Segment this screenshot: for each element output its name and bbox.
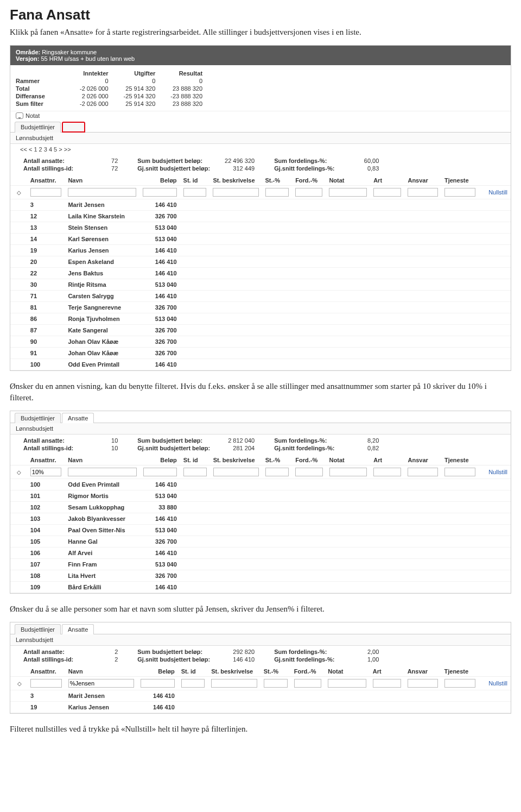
table-row[interactable]: 101Rigmor Mortis513 040 [10, 490, 511, 501]
table-row[interactable]: 109Bård Erkålli146 410 [10, 581, 511, 593]
filter-stpct[interactable] [265, 468, 289, 476]
notat-link[interactable]: Notat [26, 112, 40, 119]
filter-art[interactable] [373, 468, 401, 476]
th-stid[interactable]: St. id [178, 666, 208, 677]
th-navn[interactable]: Navn [65, 175, 139, 186]
table-row[interactable]: 105Hanne Gal326 700 [10, 536, 511, 547]
filter-ansattnr[interactable] [30, 468, 62, 476]
filter-ansattnr[interactable] [30, 679, 62, 688]
filter-navn[interactable] [68, 188, 136, 197]
th-stid[interactable]: St. id [180, 175, 210, 186]
filter-stbesk[interactable] [213, 468, 259, 476]
table-row[interactable]: 106Alf Arvei146 410 [10, 547, 511, 558]
th-navn[interactable]: Navn [65, 666, 137, 677]
tab-ansatte[interactable]: Ansatte [62, 413, 94, 423]
th-notat[interactable]: Notat [325, 666, 369, 677]
table-row[interactable]: 104Paal Oven Sitter-Nis513 040 [10, 524, 511, 536]
th-belop[interactable]: Beløp [137, 666, 178, 677]
filter-ansvar[interactable] [408, 468, 437, 476]
th-notat[interactable]: Notat [326, 175, 370, 186]
table-row[interactable]: 3Marit Jensen146 410 [10, 690, 511, 702]
filter-tjeneste[interactable] [444, 679, 475, 688]
table-row[interactable]: 107Finn Fram513 040 [10, 558, 511, 570]
nullstill-link[interactable]: Nullstill [488, 189, 507, 196]
table-row[interactable]: 22Jens Baktus146 410 [10, 268, 511, 279]
th-navn[interactable]: Navn [65, 455, 139, 465]
table-row[interactable]: 14Karl Sørensen513 040 [10, 234, 511, 245]
table-row[interactable]: 19Karius Jensen146 410 [10, 702, 511, 713]
table-row[interactable]: 108Lita Hvert326 700 [10, 570, 511, 581]
filter-belop[interactable] [143, 468, 177, 476]
filter-art[interactable] [373, 679, 401, 688]
filter-art[interactable] [373, 188, 401, 197]
filter-ansvar[interactable] [408, 679, 438, 688]
table-row[interactable]: 100Odd Even Primtall146 410 [10, 359, 511, 370]
th-stbesk[interactable]: St. beskrivelse [210, 455, 262, 465]
table-row[interactable]: 13Stein Stensen513 040 [10, 222, 511, 234]
th-stpct[interactable]: St.-% [262, 175, 293, 186]
filter-belop[interactable] [143, 188, 176, 197]
table-row[interactable]: 19Karius Jensen146 410 [10, 245, 511, 256]
filter-notat[interactable] [329, 468, 367, 476]
th-stid[interactable]: St. id [180, 455, 210, 465]
filter-notat[interactable] [328, 679, 366, 688]
filter-belop[interactable] [141, 679, 175, 688]
subtab-lonnsbudsjett[interactable]: Lønnsbudsjett [10, 133, 511, 144]
table-row[interactable]: 90Johan Olav Kåøæ326 700 [10, 336, 511, 348]
th-art[interactable]: Art [370, 455, 404, 465]
table-row[interactable]: 30Rintje Ritsma513 040 [10, 279, 511, 291]
pager[interactable]: << < 1 2 3 4 5 > >> [10, 144, 511, 155]
th-stbesk[interactable]: St. beskrivelse [209, 175, 262, 186]
filter-navn[interactable] [68, 468, 136, 476]
subtab-lonnsbudsjett[interactable]: Lønnsbudsjett [10, 634, 511, 646]
filter-stid[interactable] [181, 679, 205, 688]
filter-notat[interactable] [329, 188, 367, 197]
th-ansvar[interactable]: Ansvar [404, 666, 441, 677]
table-row[interactable]: 20Espen Askeland146 410 [10, 256, 511, 268]
sort-icon[interactable]: ◇ [17, 469, 20, 475]
table-row[interactable]: 91Johan Olav Kåøæ326 700 [10, 348, 511, 359]
th-art[interactable]: Art [370, 175, 404, 186]
tab-budsjettlinjer[interactable]: Budsjettlinjer [15, 122, 61, 133]
subtab-lonnsbudsjett[interactable]: Lønnsbudsjett [10, 423, 511, 435]
th-notat[interactable]: Notat [326, 455, 371, 465]
th-fordpct[interactable]: Ford.-% [292, 455, 326, 465]
th-ansattnr[interactable]: Ansattnr. [27, 175, 65, 186]
th-art[interactable]: Art [370, 666, 404, 677]
th-tjeneste[interactable]: Tjeneste [441, 666, 479, 677]
sort-icon[interactable]: ◇ [17, 681, 21, 687]
tab-budsjettlinjer[interactable]: Budsjettlinjer [15, 624, 61, 634]
th-ansvar[interactable]: Ansvar [404, 175, 441, 186]
filter-stbesk[interactable] [211, 679, 257, 688]
th-tjeneste[interactable]: Tjeneste [441, 175, 479, 186]
sort-icon[interactable]: ◇ [17, 190, 20, 196]
filter-stpct[interactable] [264, 679, 288, 688]
th-belop[interactable]: Beløp [139, 175, 180, 186]
table-row[interactable]: 102Sesam Lukkopphag33 880 [10, 501, 511, 513]
nullstill-link[interactable]: Nullstill [488, 469, 507, 475]
th-stbesk[interactable]: St. beskrivelse [208, 666, 260, 677]
nullstill-link[interactable]: Nullstill [488, 680, 507, 687]
filter-fordpct[interactable] [295, 188, 322, 197]
tab-ansatte[interactable]: Ansatte [62, 624, 94, 634]
th-fordpct[interactable]: Ford.-% [292, 175, 326, 186]
th-ansattnr[interactable]: Ansattnr. [27, 455, 65, 465]
th-belop[interactable]: Beløp [140, 455, 180, 465]
tab-budsjettlinjer[interactable]: Budsjettlinjer [15, 413, 61, 423]
filter-stbesk[interactable] [213, 188, 258, 197]
filter-stid[interactable] [183, 188, 207, 197]
table-row[interactable]: 100Odd Even Primtall146 410 [10, 479, 511, 490]
table-row[interactable]: 103Jakob Blyankvesser146 410 [10, 513, 511, 524]
filter-navn[interactable] [68, 679, 134, 688]
filter-stid[interactable] [183, 468, 207, 476]
th-ansvar[interactable]: Ansvar [404, 455, 441, 465]
th-stpct[interactable]: St.-% [262, 455, 293, 465]
table-row[interactable]: 3Marit Jensen146 410 [10, 199, 511, 211]
table-row[interactable]: 81Terje Sangnerevne326 700 [10, 302, 511, 313]
tab-ansatte-highlighted[interactable] [62, 122, 85, 133]
table-row[interactable]: 12Laila Kine Skarstein326 700 [10, 211, 511, 222]
filter-ansattnr[interactable] [30, 188, 62, 197]
table-row[interactable]: 86Ronja Tjuvholmen513 040 [10, 313, 511, 325]
th-fordpct[interactable]: Ford.-% [291, 666, 325, 677]
filter-tjeneste[interactable] [444, 468, 475, 476]
